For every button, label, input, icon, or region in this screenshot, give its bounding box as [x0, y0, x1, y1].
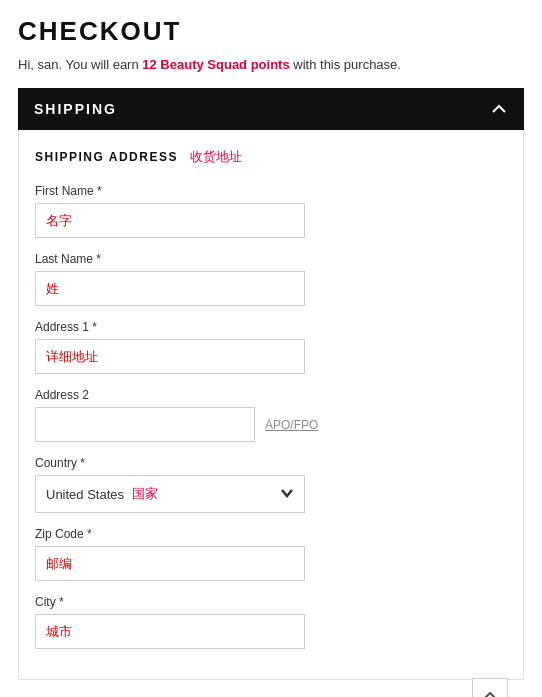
country-selected-value: United States — [46, 487, 124, 502]
country-group: Country * United States 国家 — [35, 456, 507, 513]
country-select-text: United States 国家 — [46, 485, 158, 503]
shipping-section-header[interactable]: SHIPPING — [18, 88, 524, 130]
address2-input[interactable] — [35, 407, 255, 442]
address1-group: Address 1 * — [35, 320, 507, 374]
first-name-group: First Name * — [35, 184, 507, 238]
zip-code-input[interactable] — [35, 546, 305, 581]
first-name-input[interactable] — [35, 203, 305, 238]
country-label: Country * — [35, 456, 507, 470]
address2-label: Address 2 — [35, 388, 507, 402]
address1-input[interactable] — [35, 339, 305, 374]
points-highlight: 12 Beauty Squad points — [142, 57, 289, 72]
page-title: CHECKOUT — [18, 16, 524, 47]
first-name-label: First Name * — [35, 184, 507, 198]
zip-code-label: Zip Code * — [35, 527, 507, 541]
last-name-label: Last Name * — [35, 252, 507, 266]
country-select[interactable]: United States 国家 — [35, 475, 305, 513]
city-label: City * — [35, 595, 507, 609]
zip-code-group: Zip Code * — [35, 527, 507, 581]
address2-group: Address 2 APO/FPO — [35, 388, 507, 442]
page-wrapper: CHECKOUT Hi, san. You will earn 12 Beaut… — [0, 0, 542, 697]
shipping-address-chinese: 收货地址 — [190, 148, 242, 166]
city-input[interactable] — [35, 614, 305, 649]
shipping-address-label: SHIPPING ADDRESS — [35, 150, 178, 164]
address1-label: Address 1 * — [35, 320, 507, 334]
shipping-section-body: SHIPPING ADDRESS 收货地址 First Name * Last … — [18, 130, 524, 680]
last-name-group: Last Name * — [35, 252, 507, 306]
address2-row: APO/FPO — [35, 407, 507, 442]
points-before: Hi, san. You will earn — [18, 57, 142, 72]
points-message: Hi, san. You will earn 12 Beauty Squad p… — [18, 57, 524, 72]
city-group: City * — [35, 595, 507, 649]
last-name-input[interactable] — [35, 271, 305, 306]
country-chinese: 国家 — [132, 485, 158, 503]
shipping-address-row: SHIPPING ADDRESS 收货地址 — [35, 148, 507, 166]
points-after: with this purchase. — [290, 57, 401, 72]
shipping-section-title: SHIPPING — [34, 101, 117, 117]
footer-area — [18, 680, 524, 697]
apo-fpo-link[interactable]: APO/FPO — [265, 418, 318, 432]
scroll-up-button[interactable] — [472, 678, 508, 697]
chevron-down-icon — [280, 486, 294, 503]
collapse-icon[interactable] — [490, 100, 508, 118]
